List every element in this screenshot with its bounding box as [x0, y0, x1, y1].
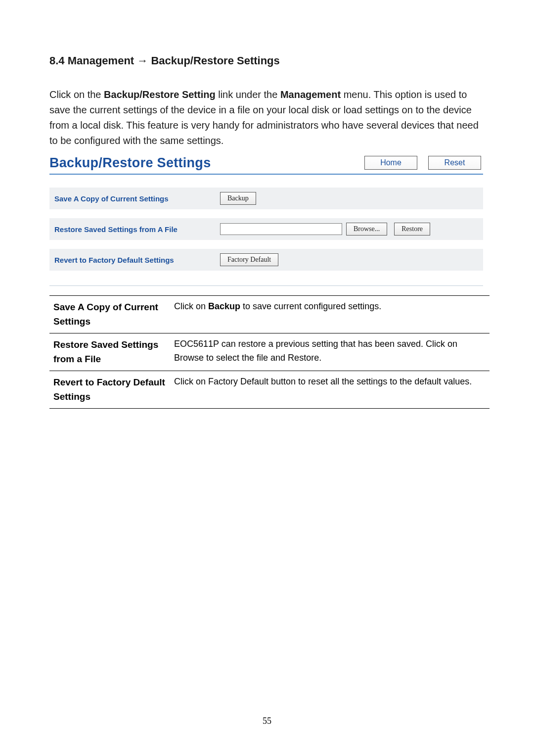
term-factory: Revert to Factory Default Settings — [49, 371, 174, 408]
term-restore: Restore Saved Settings from a File — [49, 333, 174, 371]
term-save-copy: Save A Copy of Current Settings — [49, 296, 174, 333]
table-row: Restore Saved Settings from a File EOC56… — [49, 333, 490, 371]
defn-bold: Backup — [208, 301, 240, 311]
defn-restore: EOC5611P can restore a previous setting … — [174, 333, 490, 371]
nav-buttons: Home Reset — [364, 156, 483, 171]
row-restore-file: Restore Saved Settings from A File Brows… — [49, 218, 483, 240]
defn-text: Click on — [174, 301, 208, 311]
row-factory-label: Revert to Factory Default Settings — [54, 256, 220, 264]
home-button[interactable]: Home — [364, 156, 417, 170]
description-table: Save A Copy of Current Settings Click on… — [49, 295, 490, 409]
backup-button[interactable]: Backup — [220, 192, 256, 205]
file-path-input[interactable] — [220, 223, 342, 235]
reset-button[interactable]: Reset — [428, 156, 481, 170]
panel-header: Backup/Restore Settings Home Reset — [49, 155, 483, 175]
defn-save-copy: Click on Backup to save current configur… — [174, 296, 490, 333]
page-number: 55 — [0, 716, 534, 726]
intro-bold-2: Management — [280, 89, 341, 100]
settings-panel: Backup/Restore Settings Home Reset Save … — [49, 155, 483, 286]
factory-default-button[interactable]: Factory Default — [220, 253, 278, 266]
row-save-label: Save A Copy of Current Settings — [54, 194, 220, 203]
intro-text: link under the — [216, 89, 280, 100]
browse-button[interactable]: Browse... — [346, 223, 387, 236]
table-row: Revert to Factory Default Settings Click… — [49, 371, 490, 408]
restore-button[interactable]: Restore — [394, 223, 430, 236]
section-heading: 8.4 Management → Backup/Restore Settings — [49, 54, 487, 67]
intro-paragraph: Click on the Backup/Restore Setting link… — [49, 87, 487, 148]
row-save-copy: Save A Copy of Current Settings Backup — [49, 188, 483, 209]
intro-bold-1: Backup/Restore Setting — [104, 89, 216, 100]
panel-divider — [49, 285, 483, 286]
row-factory-default: Revert to Factory Default Settings Facto… — [49, 249, 483, 271]
defn-factory: Click on Factory Default button to reset… — [174, 371, 490, 408]
panel-title: Backup/Restore Settings — [49, 155, 211, 171]
table-row: Save A Copy of Current Settings Click on… — [49, 296, 490, 333]
defn-text: to save current configured settings. — [240, 301, 381, 311]
intro-text: Click on the — [49, 89, 104, 100]
row-restore-label: Restore Saved Settings from A File — [54, 225, 220, 234]
